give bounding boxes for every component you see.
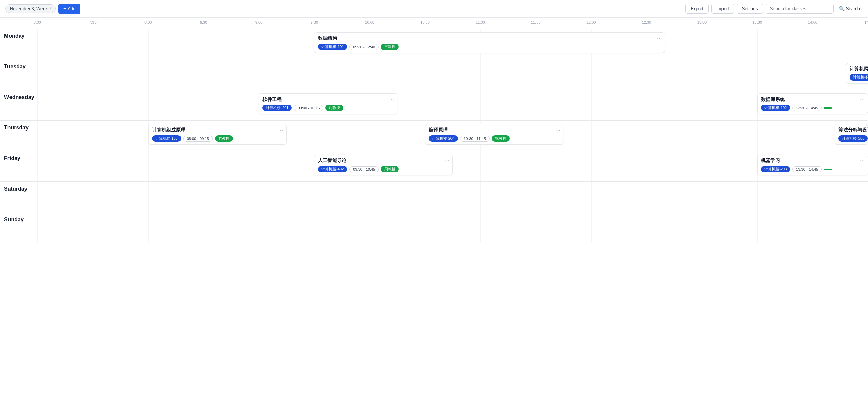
search-container: 🔍 Search [766,4,863,14]
import-button[interactable]: Import [711,4,734,14]
grid-line [591,182,592,212]
grid-line [37,29,38,59]
time-tick: 12:00 [586,20,596,24]
event-more-icon[interactable]: ··· [657,35,662,41]
event-more-icon[interactable]: ··· [278,127,284,133]
event-more-icon[interactable]: ··· [389,97,394,102]
event-meta: 计算机楼-10109:30 - 12:40王教授 [318,44,661,50]
event-card[interactable]: 人工智能导论···计算机楼-40209:30 - 10:45周教授 [314,155,453,175]
time-tick: 9:00 [255,20,262,24]
grid-line [93,29,93,59]
day-timeline: 数据结构···计算机楼-10109:30 - 12:40王教授 [37,29,868,59]
event-title: 数据结构 [318,35,661,41]
time-tick: 7:00 [34,20,41,24]
day-row: Saturday [0,182,868,212]
event-card[interactable]: 计算机网络···计算机楼-305 [846,63,868,84]
time-tag: 13:30 - 14:45 [792,105,822,111]
day-timeline [37,182,868,212]
day-timeline: 计算机组成原理···计算机楼-10308:00 - 09:15赵教授编译原理··… [37,121,868,151]
grid-line [204,212,204,243]
event-meta: 计算机楼-20313:30 - 14:45 [761,166,864,172]
grid-line [314,182,314,212]
grid-line [757,29,758,59]
grid-line [536,59,536,90]
room-tag: 计算机楼-201 [262,105,292,111]
grid-line [314,212,314,243]
event-more-icon[interactable]: ··· [556,127,561,133]
time-tick: 12:30 [642,20,651,24]
grid-line [591,90,592,120]
export-button[interactable]: Export [685,4,709,14]
grid-line [93,90,93,120]
grid-line [702,90,702,120]
event-title: 软件工程 [262,97,393,103]
grid-line [591,121,592,151]
grid-line [148,182,149,212]
day-timeline [37,212,868,243]
event-card[interactable]: 计算机组成原理···计算机楼-10308:00 - 09:15赵教授 [148,124,287,145]
day-timeline: 计算机网络···计算机楼-305 [37,59,868,90]
time-tick: 10:30 [420,20,430,24]
time-tick: 14:00 [808,20,817,24]
grid-line [702,182,702,212]
grid-line [259,29,259,59]
add-button[interactable]: + Add [58,4,80,14]
grid-line [93,182,93,212]
grid-line [204,59,204,90]
grid-line [425,182,425,212]
teacher-tag: 刘教授 [325,105,343,111]
grid-line [37,59,38,90]
day-name: Monday [0,29,37,59]
room-tag: 计算机楼-103 [152,135,181,142]
event-title: 数据库系统 [761,97,864,103]
search-input[interactable] [766,4,834,14]
event-more-icon[interactable]: ··· [860,97,865,102]
event-card[interactable]: 机器学习···计算机楼-20313:30 - 14:45 [757,155,868,175]
grid-line [259,182,259,212]
teacher-tag: 钱教授 [492,135,510,142]
grid-line [370,182,370,212]
event-meta: 计算机楼-306 [838,135,864,142]
grid-line [93,59,93,90]
event-card[interactable]: 数据结构···计算机楼-10109:30 - 12:40王教授 [314,32,665,53]
event-card[interactable]: 算法分析与设计···计算机楼-306 [835,124,868,145]
toolbar: November 3, Week 7 + Add Export Import S… [0,0,868,18]
event-more-icon[interactable]: ··· [860,127,865,133]
time-slots-header: 7:007:308:008:309:009:3010:0010:3011:001… [37,18,868,29]
grid-line [647,59,647,90]
toolbar-right: Export Import Settings 🔍 Search [685,4,863,14]
grid-line [591,212,592,243]
event-card[interactable]: 软件工程···计算机楼-20109:00 - 10:15刘教授 [259,93,397,114]
grid-line [259,59,259,90]
grid-line [536,90,536,120]
time-tag: 09:00 - 10:15 [294,105,323,111]
event-card[interactable]: 数据库系统···计算机楼-10213:30 - 14:45 [757,93,868,114]
week-label: November 3, Week 7 [5,4,56,13]
grid-line [259,151,259,181]
day-name: Saturday [0,182,37,212]
room-tag: 计算机楼-203 [761,166,790,172]
time-tick: 7:30 [89,20,96,24]
time-tag: 08:00 - 09:15 [183,136,213,142]
event-more-icon[interactable]: ··· [445,158,450,163]
event-more-icon[interactable]: ··· [865,66,868,71]
event-more-icon[interactable]: ··· [860,158,865,163]
teacher-tag: 周教授 [381,166,399,172]
time-tag: 09:30 - 10:45 [349,166,379,172]
teacher-tag [824,169,832,170]
event-meta: 计算机楼-10213:30 - 14:45 [761,105,864,111]
add-label: Add [68,6,75,11]
grid-line [370,59,370,90]
room-tag: 计算机楼-102 [761,105,790,111]
event-title: 计算机组成原理 [152,127,283,133]
search-button[interactable]: 🔍 Search [836,4,863,13]
room-tag: 计算机楼-204 [429,135,458,142]
day-row: Wednesday软件工程···计算机楼-20109:00 - 10:15刘教授… [0,90,868,121]
event-meta: 计算机楼-20109:00 - 10:15刘教授 [262,105,393,111]
time-tag: 10:30 - 11:45 [460,136,490,142]
day-row: Friday人工智能导论···计算机楼-40209:30 - 10:45周教授机… [0,151,868,182]
grid-line [813,121,813,151]
day-timeline: 软件工程···计算机楼-20109:00 - 10:15刘教授数据库系统···计… [37,90,868,120]
event-card[interactable]: 编译原理···计算机楼-20410:30 - 11:45钱教授 [425,124,563,145]
settings-button[interactable]: Settings [737,4,763,14]
